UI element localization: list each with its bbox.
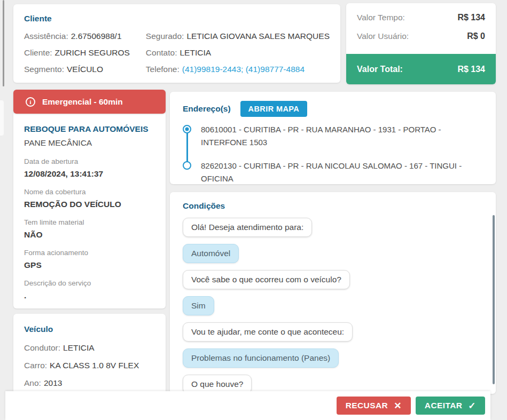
addresses-card: Endereço(s) ABRIR MAPA 80610001 - CURITI… (170, 92, 496, 184)
open-map-button[interactable]: ABRIR MAPA (240, 101, 308, 117)
reject-button[interactable]: RECUSAR ✕ (337, 397, 411, 415)
price-total-label: Valor Total: (357, 65, 403, 74)
chat-bubble-user: Automóvel (183, 244, 239, 263)
client-card: Cliente Assistência:2.67506988/1 Cliente… (13, 4, 340, 83)
accept-button-label: ACEITAR (425, 401, 463, 410)
price-row-time: Valor Tempo: R$ 134 (357, 13, 485, 22)
assistance-field: Assistência:2.67506988/1 (24, 30, 146, 42)
destination-marker-icon (183, 161, 191, 170)
background-page-fragment (0, 100, 4, 136)
vehicle-card: Veículo Condutor:LETICIA Carro:KA CLASS … (13, 314, 166, 394)
material-limit-field: Tem limite material NÃO (24, 218, 155, 240)
origin-address-text: 80610001 - CURITIBA - PR - RUA MARANHAO … (201, 123, 479, 149)
driver-field: Condutor:LETICIA (24, 342, 155, 353)
segment-field: Segmento:VEÍCULO (24, 64, 146, 75)
coverage-name-field: Nome da cobertura REMOÇÃO DO VEÍCULO (24, 187, 155, 210)
chat-bubble-bot: Olá! Deseja atendimento para: (183, 218, 312, 237)
chat-bubble-bot: Vou te ajudar, me conte o que aconteceu: (183, 322, 353, 342)
action-footer: RECUSAR ✕ ACEITAR ✓ (5, 391, 490, 420)
emergency-banner: i Emergencial - 60min (13, 90, 166, 114)
vehicle-card-title: Veículo (24, 324, 155, 334)
price-total-bar: Valor Total: R$ 134 (346, 54, 496, 84)
insured-field: Segurado:LETICIA GIOVANA SALES MARQUES (146, 30, 330, 42)
info-icon: i (26, 97, 35, 107)
client-field: Cliente:ZURICH SEGUROS (24, 47, 146, 58)
origin-address-item: 80610001 - CURITIBA - PR - RUA MARANHAO … (183, 123, 483, 149)
check-icon: ✓ (468, 400, 476, 411)
reject-button-label: RECUSAR (346, 401, 388, 410)
phone-link[interactable]: (41)99819-2443; (41)98777-4884 (182, 65, 305, 74)
address-timeline: 80610001 - CURITIBA - PR - RUA MARANHAO … (183, 123, 483, 185)
origin-marker-icon (183, 125, 191, 133)
service-description-field: Descrição do serviço . (24, 279, 155, 301)
service-title: REBOQUE PARA AUTOMÓVEIS (24, 124, 155, 134)
accept-button[interactable]: ACEITAR ✓ (416, 397, 485, 415)
service-card: REBOQUE PARA AUTOMÓVEIS PANE MECÂNICA Da… (13, 111, 166, 308)
chat-scrollbar-thumb[interactable] (493, 215, 495, 384)
price-row-user: Valor Usuário: R$ 0 (357, 31, 485, 41)
chat-bubble-user: Sim (183, 296, 214, 315)
pricing-card: Valor Tempo: R$ 134 Valor Usuário: R$ 0 … (346, 3, 496, 84)
page-scrollbar-thumb[interactable] (3, 0, 4, 86)
emergency-banner-label: Emergencial - 60min (42, 97, 123, 107)
chat-bubble-user: Problemas no funcionamento (Panes) (183, 348, 339, 368)
service-subtitle: PANE MECÂNICA (24, 138, 155, 148)
phone-field: Telefone:(41)99819-2443; (41)98777-4884 (146, 64, 330, 75)
conditions-card: Condições Olá! Deseja atendimento para: … (170, 192, 496, 394)
car-field: Carro:KA CLASS 1.0 8V FLEX (24, 360, 155, 371)
client-card-title: Cliente (24, 14, 330, 23)
service-dispatch-screen: Cliente Assistência:2.67506988/1 Cliente… (0, 0, 507, 420)
destination-address-item: 82620130 - CURITIBA - PR - RUA NICOLAU S… (183, 160, 483, 185)
destination-address-text: 82620130 - CURITIBA - PR - RUA NICOLAU S… (201, 160, 479, 185)
year-field: Ano:2013 (24, 377, 155, 389)
chat-bubble-bot: Você sabe o que ocorreu com o veículo? (183, 270, 350, 289)
opening-date-field: Data de abertura 12/08/2024, 13:41:37 (24, 157, 155, 179)
activation-mode-field: Forma acionamento GPS (24, 248, 155, 271)
contact-field: Contato:LETICIA (146, 47, 330, 58)
price-total-value: R$ 134 (457, 65, 485, 74)
addresses-card-title: Endereço(s) (183, 104, 231, 114)
close-icon: ✕ (394, 400, 402, 411)
conditions-card-title: Condições (183, 201, 483, 211)
